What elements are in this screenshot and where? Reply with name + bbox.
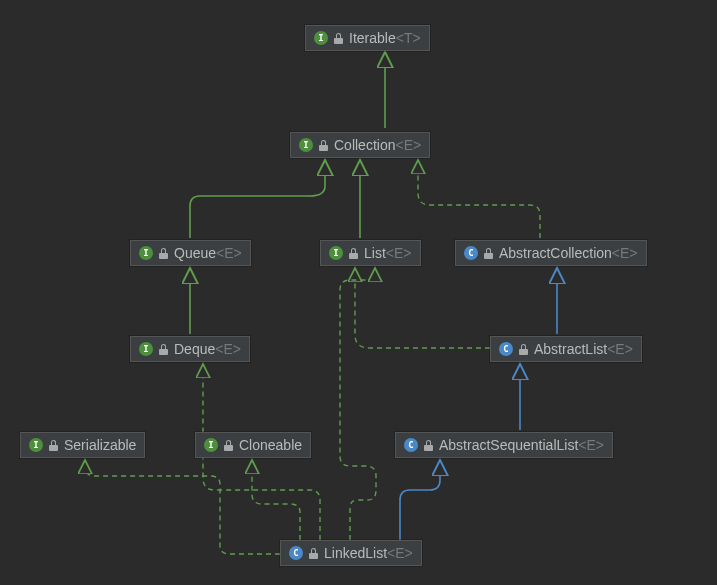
lock-icon (309, 548, 318, 559)
type-name: Serializable (64, 437, 136, 453)
lock-icon (319, 140, 328, 151)
type-name: Collection<E> (334, 137, 421, 153)
node-abstractcollection[interactable]: CAbstractCollection<E> (455, 240, 647, 266)
class-diagram-canvas: IIterable<T> ICollection<E> IQueue<E> IL… (0, 0, 717, 585)
node-list[interactable]: IList<E> (320, 240, 421, 266)
node-linkedlist[interactable]: CLinkedList<E> (280, 540, 422, 566)
type-name: LinkedList<E> (324, 545, 413, 561)
lock-icon (484, 248, 493, 259)
interface-icon: I (299, 138, 313, 152)
node-abstractsequentiallist[interactable]: CAbstractSequentialList<E> (395, 432, 613, 458)
lock-icon (49, 440, 58, 451)
type-name: AbstractList<E> (534, 341, 633, 357)
interface-icon: I (139, 342, 153, 356)
node-iterable[interactable]: IIterable<T> (305, 25, 430, 51)
interface-icon: I (204, 438, 218, 452)
class-icon: C (289, 546, 303, 560)
lock-icon (224, 440, 233, 451)
type-name: AbstractCollection<E> (499, 245, 638, 261)
type-name: Deque<E> (174, 341, 241, 357)
type-name: Iterable<T> (349, 30, 421, 46)
lock-icon (159, 248, 168, 259)
lock-icon (159, 344, 168, 355)
class-icon: C (404, 438, 418, 452)
class-icon: C (499, 342, 513, 356)
lock-icon (424, 440, 433, 451)
interface-icon: I (314, 31, 328, 45)
interface-icon: I (139, 246, 153, 260)
node-cloneable[interactable]: ICloneable (195, 432, 311, 458)
interface-icon: I (29, 438, 43, 452)
type-name: AbstractSequentialList<E> (439, 437, 604, 453)
lock-icon (519, 344, 528, 355)
node-queue[interactable]: IQueue<E> (130, 240, 251, 266)
type-name: Cloneable (239, 437, 302, 453)
type-name: Queue<E> (174, 245, 242, 261)
lock-icon (334, 33, 343, 44)
diagram-edges (0, 0, 717, 585)
class-icon: C (464, 246, 478, 260)
node-collection[interactable]: ICollection<E> (290, 132, 430, 158)
node-deque[interactable]: IDeque<E> (130, 336, 250, 362)
type-name: List<E> (364, 245, 412, 261)
lock-icon (349, 248, 358, 259)
interface-icon: I (329, 246, 343, 260)
node-serializable[interactable]: ISerializable (20, 432, 145, 458)
node-abstractlist[interactable]: CAbstractList<E> (490, 336, 642, 362)
